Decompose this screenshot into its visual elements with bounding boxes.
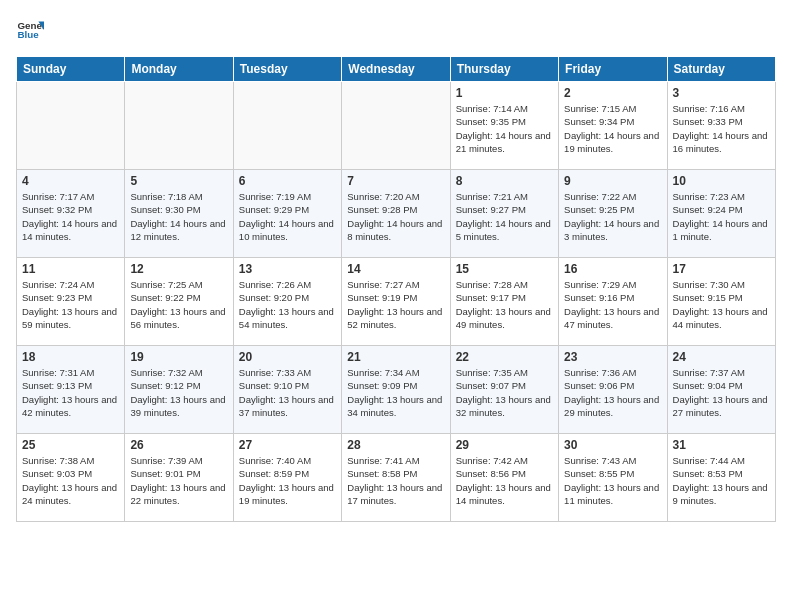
calendar-cell xyxy=(17,82,125,170)
day-info: Sunrise: 7:28 AM Sunset: 9:17 PM Dayligh… xyxy=(456,278,553,331)
day-info: Sunrise: 7:41 AM Sunset: 8:58 PM Dayligh… xyxy=(347,454,444,507)
logo-icon: General Blue xyxy=(16,16,44,44)
day-number: 16 xyxy=(564,262,661,276)
day-info: Sunrise: 7:19 AM Sunset: 9:29 PM Dayligh… xyxy=(239,190,336,243)
day-number: 4 xyxy=(22,174,119,188)
day-info: Sunrise: 7:24 AM Sunset: 9:23 PM Dayligh… xyxy=(22,278,119,331)
calendar-cell: 26Sunrise: 7:39 AM Sunset: 9:01 PM Dayli… xyxy=(125,434,233,522)
day-info: Sunrise: 7:37 AM Sunset: 9:04 PM Dayligh… xyxy=(673,366,770,419)
weekday-header: Sunday xyxy=(17,57,125,82)
calendar-cell: 14Sunrise: 7:27 AM Sunset: 9:19 PM Dayli… xyxy=(342,258,450,346)
calendar-cell: 22Sunrise: 7:35 AM Sunset: 9:07 PM Dayli… xyxy=(450,346,558,434)
day-info: Sunrise: 7:20 AM Sunset: 9:28 PM Dayligh… xyxy=(347,190,444,243)
day-info: Sunrise: 7:34 AM Sunset: 9:09 PM Dayligh… xyxy=(347,366,444,419)
calendar-cell: 13Sunrise: 7:26 AM Sunset: 9:20 PM Dayli… xyxy=(233,258,341,346)
day-number: 2 xyxy=(564,86,661,100)
day-number: 22 xyxy=(456,350,553,364)
day-number: 14 xyxy=(347,262,444,276)
calendar-cell: 20Sunrise: 7:33 AM Sunset: 9:10 PM Dayli… xyxy=(233,346,341,434)
day-number: 26 xyxy=(130,438,227,452)
calendar-cell: 30Sunrise: 7:43 AM Sunset: 8:55 PM Dayli… xyxy=(559,434,667,522)
day-number: 8 xyxy=(456,174,553,188)
day-info: Sunrise: 7:29 AM Sunset: 9:16 PM Dayligh… xyxy=(564,278,661,331)
day-number: 23 xyxy=(564,350,661,364)
day-number: 19 xyxy=(130,350,227,364)
page-header: General Blue xyxy=(16,16,776,44)
day-number: 9 xyxy=(564,174,661,188)
calendar-cell: 5Sunrise: 7:18 AM Sunset: 9:30 PM Daylig… xyxy=(125,170,233,258)
day-info: Sunrise: 7:21 AM Sunset: 9:27 PM Dayligh… xyxy=(456,190,553,243)
day-info: Sunrise: 7:23 AM Sunset: 9:24 PM Dayligh… xyxy=(673,190,770,243)
calendar-cell: 16Sunrise: 7:29 AM Sunset: 9:16 PM Dayli… xyxy=(559,258,667,346)
calendar-cell: 10Sunrise: 7:23 AM Sunset: 9:24 PM Dayli… xyxy=(667,170,775,258)
calendar-cell xyxy=(125,82,233,170)
day-number: 18 xyxy=(22,350,119,364)
day-info: Sunrise: 7:18 AM Sunset: 9:30 PM Dayligh… xyxy=(130,190,227,243)
day-number: 27 xyxy=(239,438,336,452)
day-info: Sunrise: 7:33 AM Sunset: 9:10 PM Dayligh… xyxy=(239,366,336,419)
day-info: Sunrise: 7:30 AM Sunset: 9:15 PM Dayligh… xyxy=(673,278,770,331)
calendar-cell: 31Sunrise: 7:44 AM Sunset: 8:53 PM Dayli… xyxy=(667,434,775,522)
calendar-cell: 21Sunrise: 7:34 AM Sunset: 9:09 PM Dayli… xyxy=(342,346,450,434)
day-number: 11 xyxy=(22,262,119,276)
day-info: Sunrise: 7:32 AM Sunset: 9:12 PM Dayligh… xyxy=(130,366,227,419)
day-number: 13 xyxy=(239,262,336,276)
day-info: Sunrise: 7:15 AM Sunset: 9:34 PM Dayligh… xyxy=(564,102,661,155)
calendar-cell: 1Sunrise: 7:14 AM Sunset: 9:35 PM Daylig… xyxy=(450,82,558,170)
day-number: 30 xyxy=(564,438,661,452)
calendar-cell: 15Sunrise: 7:28 AM Sunset: 9:17 PM Dayli… xyxy=(450,258,558,346)
day-info: Sunrise: 7:35 AM Sunset: 9:07 PM Dayligh… xyxy=(456,366,553,419)
calendar-cell: 2Sunrise: 7:15 AM Sunset: 9:34 PM Daylig… xyxy=(559,82,667,170)
day-number: 6 xyxy=(239,174,336,188)
day-info: Sunrise: 7:39 AM Sunset: 9:01 PM Dayligh… xyxy=(130,454,227,507)
logo: General Blue xyxy=(16,16,44,44)
day-info: Sunrise: 7:38 AM Sunset: 9:03 PM Dayligh… xyxy=(22,454,119,507)
day-number: 5 xyxy=(130,174,227,188)
weekday-header: Friday xyxy=(559,57,667,82)
day-number: 29 xyxy=(456,438,553,452)
calendar-cell: 17Sunrise: 7:30 AM Sunset: 9:15 PM Dayli… xyxy=(667,258,775,346)
calendar-cell: 9Sunrise: 7:22 AM Sunset: 9:25 PM Daylig… xyxy=(559,170,667,258)
day-info: Sunrise: 7:16 AM Sunset: 9:33 PM Dayligh… xyxy=(673,102,770,155)
calendar-cell: 19Sunrise: 7:32 AM Sunset: 9:12 PM Dayli… xyxy=(125,346,233,434)
day-info: Sunrise: 7:44 AM Sunset: 8:53 PM Dayligh… xyxy=(673,454,770,507)
calendar-cell: 23Sunrise: 7:36 AM Sunset: 9:06 PM Dayli… xyxy=(559,346,667,434)
calendar-cell: 18Sunrise: 7:31 AM Sunset: 9:13 PM Dayli… xyxy=(17,346,125,434)
day-number: 12 xyxy=(130,262,227,276)
calendar-cell: 11Sunrise: 7:24 AM Sunset: 9:23 PM Dayli… xyxy=(17,258,125,346)
day-info: Sunrise: 7:40 AM Sunset: 8:59 PM Dayligh… xyxy=(239,454,336,507)
calendar-cell: 29Sunrise: 7:42 AM Sunset: 8:56 PM Dayli… xyxy=(450,434,558,522)
day-info: Sunrise: 7:31 AM Sunset: 9:13 PM Dayligh… xyxy=(22,366,119,419)
day-info: Sunrise: 7:43 AM Sunset: 8:55 PM Dayligh… xyxy=(564,454,661,507)
day-info: Sunrise: 7:25 AM Sunset: 9:22 PM Dayligh… xyxy=(130,278,227,331)
weekday-header: Tuesday xyxy=(233,57,341,82)
calendar-cell: 6Sunrise: 7:19 AM Sunset: 9:29 PM Daylig… xyxy=(233,170,341,258)
day-number: 7 xyxy=(347,174,444,188)
calendar-cell: 3Sunrise: 7:16 AM Sunset: 9:33 PM Daylig… xyxy=(667,82,775,170)
day-info: Sunrise: 7:27 AM Sunset: 9:19 PM Dayligh… xyxy=(347,278,444,331)
day-number: 20 xyxy=(239,350,336,364)
day-number: 31 xyxy=(673,438,770,452)
day-number: 15 xyxy=(456,262,553,276)
day-number: 24 xyxy=(673,350,770,364)
calendar-cell: 25Sunrise: 7:38 AM Sunset: 9:03 PM Dayli… xyxy=(17,434,125,522)
calendar-cell xyxy=(342,82,450,170)
calendar-cell: 24Sunrise: 7:37 AM Sunset: 9:04 PM Dayli… xyxy=(667,346,775,434)
day-info: Sunrise: 7:22 AM Sunset: 9:25 PM Dayligh… xyxy=(564,190,661,243)
day-info: Sunrise: 7:14 AM Sunset: 9:35 PM Dayligh… xyxy=(456,102,553,155)
day-info: Sunrise: 7:26 AM Sunset: 9:20 PM Dayligh… xyxy=(239,278,336,331)
day-number: 25 xyxy=(22,438,119,452)
svg-text:Blue: Blue xyxy=(17,29,39,40)
day-number: 17 xyxy=(673,262,770,276)
weekday-header: Wednesday xyxy=(342,57,450,82)
day-number: 10 xyxy=(673,174,770,188)
calendar-cell: 27Sunrise: 7:40 AM Sunset: 8:59 PM Dayli… xyxy=(233,434,341,522)
calendar-cell: 12Sunrise: 7:25 AM Sunset: 9:22 PM Dayli… xyxy=(125,258,233,346)
day-info: Sunrise: 7:36 AM Sunset: 9:06 PM Dayligh… xyxy=(564,366,661,419)
calendar: SundayMondayTuesdayWednesdayThursdayFrid… xyxy=(16,56,776,522)
day-number: 21 xyxy=(347,350,444,364)
weekday-header: Monday xyxy=(125,57,233,82)
weekday-header: Saturday xyxy=(667,57,775,82)
calendar-cell: 7Sunrise: 7:20 AM Sunset: 9:28 PM Daylig… xyxy=(342,170,450,258)
day-number: 3 xyxy=(673,86,770,100)
